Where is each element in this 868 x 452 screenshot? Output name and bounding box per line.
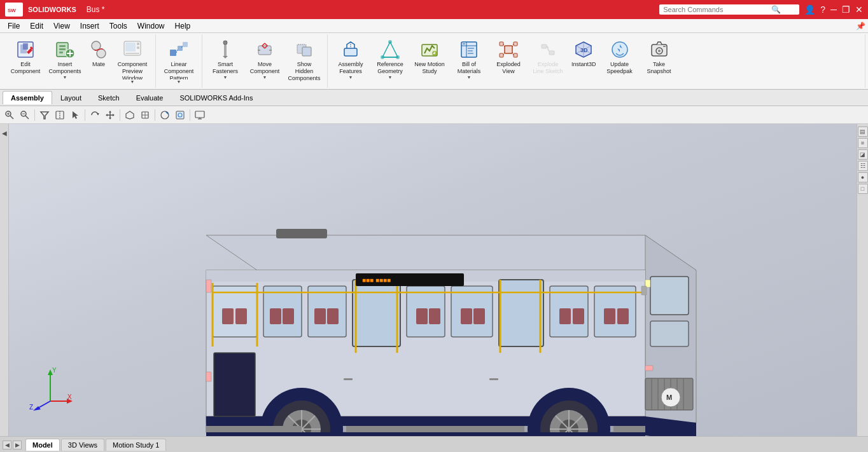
tab-assembly[interactable]: Assembly (3, 91, 52, 104)
user-icon[interactable]: 👤 (804, 4, 815, 15)
search-input[interactable] (663, 6, 771, 13)
tab-3d-views[interactable]: 3D Views (61, 439, 104, 451)
help-icon[interactable]: ? (820, 4, 825, 15)
svg-rect-100 (429, 308, 440, 324)
appearance-button[interactable] (158, 108, 172, 122)
take-snapshot-icon (649, 39, 669, 60)
toolbar-sep-3 (120, 109, 120, 121)
smart-fasteners-button[interactable]: Smart Fasteners ▼ (206, 37, 244, 86)
menu-insert[interactable]: Insert (75, 20, 104, 32)
pin-icon[interactable]: 📌 (856, 22, 865, 31)
edit-component-button[interactable]: Edit Component (6, 37, 45, 86)
logo-icon: SW (5, 3, 23, 17)
restore-button[interactable]: ❐ (842, 4, 850, 15)
tab-model[interactable]: Model (25, 439, 60, 451)
svg-marker-64 (109, 111, 111, 113)
svg-rect-149 (206, 432, 645, 436)
svg-rect-13 (125, 43, 136, 51)
new-motion-study-button[interactable]: New Motion Study (410, 37, 449, 86)
right-panel: ▤ ≡ ◪ ☷ ● □ (857, 124, 868, 436)
explode-line-sketch-button[interactable]: Explode Line Sketch (529, 37, 567, 86)
svg-rect-19 (183, 42, 188, 47)
menu-view[interactable]: View (48, 20, 75, 32)
instant3d-icon: 3D (573, 39, 594, 60)
view-orientation-button[interactable] (138, 108, 152, 122)
svg-rect-102 (473, 308, 485, 324)
svg-rect-156 (489, 378, 498, 380)
left-panel-toggle[interactable]: ◀ (0, 127, 9, 139)
menu-edit[interactable]: Edit (25, 20, 48, 32)
tab-evaluate[interactable]: Evaluate (128, 91, 172, 104)
right-panel-btn-5[interactable]: ● (858, 172, 868, 182)
update-speedpak-icon (610, 39, 630, 60)
svg-rect-115 (650, 321, 689, 346)
menu-tools[interactable]: Tools (104, 20, 132, 32)
viewport[interactable]: M (9, 124, 857, 436)
tab-sketch[interactable]: Sketch (90, 91, 128, 104)
svg-point-51 (658, 50, 661, 52)
svg-rect-114 (650, 277, 689, 315)
nav-next-button[interactable]: ▶ (13, 441, 22, 449)
take-snapshot-button[interactable]: Take Snapshot (640, 37, 678, 86)
select-button[interactable] (68, 108, 82, 122)
toolbar-sep-4 (155, 109, 155, 121)
bom-dropdown: ▼ (467, 75, 472, 79)
assembly-features-button[interactable]: Assembly Features ▼ (332, 37, 370, 86)
show-hidden-components-button[interactable]: Show Hidden Components (285, 37, 323, 86)
zoom-button[interactable] (18, 108, 32, 122)
svg-rect-74 (195, 111, 204, 118)
right-panel-btn-6[interactable]: □ (858, 184, 868, 194)
instant3d-label: Instant3D (571, 61, 596, 68)
filter-button[interactable] (38, 108, 52, 122)
zoom-to-fit-button[interactable] (3, 108, 17, 122)
minimize-button[interactable]: ─ (830, 4, 837, 15)
right-panel-btn-4[interactable]: ☷ (858, 161, 868, 171)
menu-file[interactable]: File (3, 20, 25, 32)
mate-button[interactable]: Mate (85, 37, 112, 86)
scenes-button[interactable] (173, 108, 187, 122)
explode-line-label: Explode Line Sketch (532, 61, 564, 75)
nav-prev-button[interactable]: ◀ (3, 441, 11, 449)
ribbon: Edit Component Insert Components ▼ (0, 33, 868, 90)
svg-rect-87 (353, 280, 400, 346)
close-button[interactable]: ✕ (855, 4, 863, 15)
menu-help[interactable]: Help (170, 20, 196, 32)
search-icon: 🔍 (771, 5, 781, 14)
menu-window[interactable]: Window (132, 20, 170, 32)
svg-rect-45 (542, 45, 547, 48)
tab-motion-study-1[interactable]: Motion Study 1 (106, 439, 166, 451)
rotate-view-button[interactable] (88, 108, 102, 122)
svg-rect-126 (645, 366, 653, 371)
left-panel: ◀ (0, 124, 9, 436)
pan-button[interactable] (103, 108, 117, 122)
svg-point-28 (388, 40, 392, 44)
new-motion-study-label: New Motion Study (414, 61, 445, 75)
section-view-button[interactable] (53, 108, 67, 122)
linear-component-pattern-button[interactable]: Linear Component Pattern ▼ (160, 37, 198, 86)
exploded-view-button[interactable]: Exploded View (489, 37, 528, 86)
instant3d-button[interactable]: 3D Instant3D (568, 37, 599, 86)
svg-point-11 (97, 49, 106, 58)
smart-fasteners-label: Smart Fasteners (209, 61, 241, 75)
component-preview-button[interactable]: Component Preview Window ▼ (113, 37, 151, 86)
monitor-button[interactable] (193, 108, 207, 122)
display-style-button[interactable] (123, 108, 137, 122)
move-component-button[interactable]: Move Component ▼ (246, 37, 284, 86)
edit-component-icon (15, 39, 36, 60)
svg-text:3D: 3D (580, 47, 588, 53)
tab-layout[interactable]: Layout (52, 91, 90, 104)
reference-geometry-button[interactable]: Reference Geometry ▼ (371, 37, 409, 86)
tab-solidworks-addins[interactable]: SOLIDWORKS Add-Ins (171, 91, 261, 104)
reference-geometry-icon (380, 39, 400, 60)
right-panel-btn-2[interactable]: ≡ (858, 138, 868, 148)
svg-rect-7 (59, 48, 66, 50)
svg-rect-40 (505, 46, 512, 53)
insert-components-button[interactable]: Insert Components ▼ (46, 37, 84, 86)
update-speedpak-button[interactable]: Update Speedpak (601, 37, 639, 86)
svg-rect-43 (500, 53, 503, 57)
bill-of-materials-button[interactable]: Bill of Materials ▼ (450, 37, 488, 86)
explode-line-icon (538, 39, 558, 60)
right-panel-btn-3[interactable]: ◪ (858, 149, 868, 160)
svg-rect-41 (500, 42, 503, 46)
right-panel-btn-1[interactable]: ▤ (858, 127, 868, 137)
